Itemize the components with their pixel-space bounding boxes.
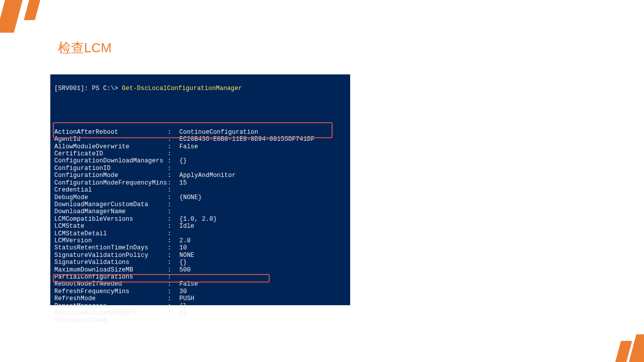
property-key: LCMCompatibleVersions [54, 216, 168, 223]
property-value [176, 150, 179, 157]
output-row: PartialConfigurations: [54, 274, 346, 281]
powershell-console: [SRV001]: PS C:\> Get-DscLocalConfigurat… [50, 74, 350, 305]
property-value: {} [176, 157, 187, 164]
property-key: ActionAfterReboot [54, 129, 168, 136]
separator: : [168, 157, 176, 164]
property-key: ResourceModuleManagers [54, 310, 168, 317]
property-value: Idle [176, 223, 194, 230]
property-value [176, 230, 179, 237]
separator: : [168, 252, 176, 259]
property-value [176, 208, 179, 215]
output-row: SignatureValidationPolicy: NONE [54, 252, 346, 259]
property-value: 15 [176, 179, 187, 187]
property-value [176, 187, 179, 194]
property-key: PSComputerName [54, 317, 168, 324]
property-key: AgentId [54, 136, 168, 143]
property-key: DownloadManagerName [54, 208, 168, 215]
prompt-line: [SRV001]: PS C:\> Get-DscLocalConfigurat… [54, 85, 346, 92]
separator: : [168, 223, 176, 230]
logo-bottom-icon [606, 334, 644, 362]
property-value: {NONE} [176, 194, 202, 201]
separator: : [168, 165, 176, 172]
property-key: MaximumDownloadSizeMB [54, 266, 168, 274]
separator: : [168, 216, 176, 223]
slide-title: 检查LCM [58, 39, 112, 57]
property-value: False [176, 281, 198, 288]
separator: : [168, 244, 176, 251]
output-row: LCMState: Idle [54, 223, 346, 230]
output-row: ActionAfterReboot: ContinueConfiguration [54, 129, 346, 136]
property-value: {1.0, 2.0} [176, 216, 217, 223]
property-key: SignatureValidationPolicy [54, 252, 168, 259]
property-value: 10 [176, 244, 187, 251]
output-row: Credential: [54, 187, 346, 194]
output-row: MaximumDownloadSizeMB: 500 [54, 266, 346, 274]
property-value: False [176, 143, 198, 150]
property-value: {} [176, 303, 187, 310]
separator: : [168, 136, 176, 143]
property-key: RefreshFrequencyMins [54, 288, 168, 295]
output-row: ReportManagers: {} [54, 303, 346, 310]
property-value: 30 [176, 288, 187, 295]
property-key: SignatureValidations [54, 259, 168, 266]
output-row: LCMStateDetail: [54, 230, 346, 237]
property-key: PartialConfigurations [54, 274, 168, 281]
output-row: ConfigurationDownloadManagers: {} [54, 157, 346, 164]
separator: : [168, 281, 176, 288]
output-row: PSComputerName: [54, 317, 346, 324]
separator: : [168, 201, 176, 208]
property-key: ConfigurationMode [54, 172, 168, 179]
property-value: EC20B436-E0B0-11E8-8D94-00155DF741DF [176, 136, 314, 143]
separator: : [168, 266, 176, 274]
output-row: ConfigurationMode: ApplyAndMonitor [54, 172, 346, 179]
logo-top-icon [5, 0, 43, 35]
property-key: CertificateID [54, 150, 168, 157]
separator: : [168, 288, 176, 295]
separator: : [168, 129, 176, 136]
separator: : [168, 172, 176, 179]
separator: : [168, 187, 176, 194]
property-value [176, 165, 179, 172]
separator: : [168, 208, 176, 215]
property-value: PUSH [176, 295, 194, 302]
separator: : [168, 303, 176, 310]
separator: : [168, 194, 176, 201]
property-value: {} [176, 259, 187, 266]
property-key: ConfigurationModeFrequencyMins [54, 179, 168, 187]
property-value: NONE [176, 252, 194, 259]
prompt-prefix: [SRV001]: PS C:\> [54, 85, 122, 92]
separator: : [168, 179, 176, 187]
property-key: ConfigurationDownloadManagers [54, 157, 168, 164]
output-row: AllowModuleOverwrite: False [54, 143, 346, 150]
property-value: 2.0 [176, 237, 191, 244]
separator: : [168, 310, 176, 317]
property-key: StatusRetentionTimeInDays [54, 244, 168, 251]
output-row: CertificateID: [54, 150, 346, 157]
property-value: {} [176, 310, 187, 317]
output-row: DebugMode: {NONE} [54, 194, 346, 201]
separator: : [168, 143, 176, 150]
separator: : [168, 237, 176, 244]
output-row: ConfigurationID: [54, 165, 346, 172]
separator: : [168, 317, 176, 324]
separator: : [168, 295, 176, 302]
property-key: DebugMode [54, 194, 168, 201]
output-row: SignatureValidations: {} [54, 259, 346, 266]
output-row: DownloadManagerName: [54, 208, 346, 215]
property-value [176, 274, 179, 281]
property-key: LCMStateDetail [54, 230, 168, 237]
output-row: AgentId: EC20B436-E0B0-11E8-8D94-00155DF… [54, 136, 346, 143]
output-row: LCMVersion: 2.0 [54, 237, 346, 244]
property-value: ContinueConfiguration [176, 129, 258, 136]
output-row: RebootNodeIfNeeded: False [54, 281, 346, 288]
property-key: LCMVersion [54, 237, 168, 244]
property-key: ReportManagers [54, 303, 168, 310]
output-row: ResourceModuleManagers: {} [54, 310, 346, 317]
output-row: ConfigurationModeFrequencyMins: 15 [54, 179, 346, 187]
separator: : [168, 150, 176, 157]
prompt-command: Get-DscLocalConfigurationManager [122, 85, 242, 92]
output-row: LCMCompatibleVersions: {1.0, 2.0} [54, 216, 346, 223]
output-row: DownloadManagerCustomData: [54, 201, 346, 208]
property-value [176, 201, 179, 208]
property-value [176, 317, 179, 324]
